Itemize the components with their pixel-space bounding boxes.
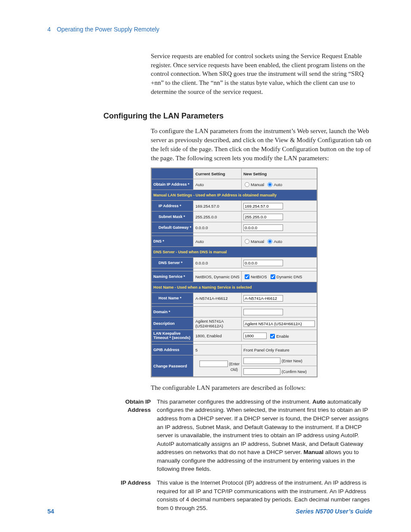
dns-server-label: DNS Server * — [152, 258, 193, 268]
dns-auto-radio[interactable] — [268, 239, 272, 244]
def-obtain-ip-auto: Auto — [312, 398, 326, 405]
ip-address-input[interactable] — [243, 203, 283, 209]
def-obtain-ip-pre: This parameter configures the addressing… — [157, 398, 312, 405]
password-old-note: (Enter Old) — [229, 362, 240, 372]
intro-paragraph-2: To configure the LAN parameters from the… — [151, 127, 372, 162]
dns-new: Manual Auto — [242, 236, 317, 247]
running-header: 4 Operating the Power Supply Remotely — [47, 26, 372, 33]
obtain-ip-current: Auto — [193, 179, 242, 190]
hostname-subheader: Host Name - Used when a Naming Service i… — [152, 282, 317, 293]
followup-paragraph: The configurable LAN parameters are desc… — [151, 383, 372, 392]
dns-server-current: 0.0.0.0 — [193, 258, 242, 268]
col-new-header: New Setting — [242, 168, 317, 179]
subnet-mask-input[interactable] — [243, 214, 283, 220]
hostname-label: Host Name * — [152, 293, 193, 304]
def-obtain-ip-manual: Manual — [303, 449, 324, 455]
keepalive-current: 1800, Enabled — [193, 330, 242, 342]
domain-input[interactable] — [243, 309, 283, 315]
default-gateway-current: 0.0.0.0 — [193, 222, 242, 233]
def-term-obtain-ip: Obtain IP Address — [103, 398, 157, 473]
def-obtain-ip-mid: automatically configures the addressing.… — [157, 398, 368, 455]
obtain-ip-auto-label: Auto — [274, 182, 282, 187]
change-password-label: Change Password — [152, 355, 193, 377]
netbios-checkbox[interactable] — [245, 274, 249, 279]
password-new-input[interactable] — [243, 358, 280, 364]
page-number: 54 — [47, 508, 54, 515]
hostname-current: A-N5741A-H6612 — [193, 293, 242, 304]
naming-service-new: NetBIOS Dynamic DNS — [242, 271, 317, 282]
def-term-ip-address: IP Address — [103, 479, 157, 512]
dynamic-dns-checkbox[interactable] — [271, 274, 275, 279]
subnet-mask-label: Subnet Mask * — [152, 212, 193, 222]
dns-auto-label: Auto — [274, 239, 282, 244]
obtain-ip-manual-label: Manual — [251, 182, 264, 187]
blank-header — [152, 168, 193, 179]
keepalive-label: LAN Keepalive Timeout * (seconds) — [152, 330, 193, 342]
def-row-obtain-ip: Obtain IP Address This parameter configu… — [103, 398, 372, 473]
naming-service-current: NetBIOS, Dynamic DNS — [193, 271, 242, 282]
ip-address-current: 169.254.57.0 — [193, 201, 242, 212]
obtain-ip-new: Manual Auto — [242, 179, 317, 190]
naming-service-label: Naming Service * — [152, 271, 193, 282]
footer-title: Series N5700 User’s Guide — [296, 508, 372, 515]
password-confirm-input[interactable] — [243, 368, 280, 375]
lan-config-dialog: Current Setting New Setting Obtain IP Ad… — [151, 168, 318, 377]
obtain-ip-manual-radio[interactable] — [245, 182, 249, 187]
password-confirm-note: (Confirm New) — [282, 370, 308, 374]
section-heading: Configuring the LAN Parameters — [103, 112, 372, 121]
dns-label: DNS * — [152, 236, 193, 247]
def-desc-ip-address: This value is the Internet Protocol (IP)… — [157, 479, 372, 512]
gpib-note: Front Panel Only Feature — [242, 345, 317, 355]
default-gateway-label: Default Gateway * — [152, 222, 193, 233]
subnet-mask-current: 255.255.0.0 — [193, 212, 242, 222]
keepalive-enable-label: Enable — [276, 334, 289, 339]
password-new-note: (Enter New) — [282, 359, 304, 363]
domain-current — [193, 307, 242, 317]
domain-label: Domain * — [152, 307, 193, 317]
dns-manual-radio[interactable] — [245, 239, 249, 244]
col-current-header: Current Setting — [193, 168, 242, 179]
dns-current: Auto — [193, 236, 242, 247]
intro-paragraph-1: Service requests are enabled for control… — [151, 52, 372, 96]
obtain-ip-auto-radio[interactable] — [268, 182, 272, 187]
dns-server-subheader: DNS Server - Used when DNS is manual — [152, 247, 317, 258]
hostname-input[interactable] — [243, 295, 283, 302]
chapter-number: 4 — [47, 26, 51, 33]
gpib-label: GPIB Address — [152, 345, 193, 355]
page: 4 Operating the Power Supply Remotely Se… — [0, 0, 411, 532]
page-footer: 54 Series N5700 User’s Guide — [47, 508, 372, 515]
description-input[interactable] — [243, 320, 315, 327]
dynamic-dns-label: Dynamic DNS — [277, 274, 302, 279]
def-desc-obtain-ip: This parameter configures the addressing… — [157, 398, 372, 473]
description-current: Agilent N5741A (US24H6612A) — [193, 317, 242, 330]
netbios-label: NetBIOS — [251, 274, 267, 279]
ip-address-label: IP Address * — [152, 201, 193, 212]
definition-list: Obtain IP Address This parameter configu… — [103, 398, 372, 512]
def-row-ip-address: IP Address This value is the Internet Pr… — [103, 479, 372, 512]
default-gateway-input[interactable] — [243, 224, 283, 231]
chapter-title: Operating the Power Supply Remotely — [57, 26, 159, 33]
description-label: Description — [152, 317, 193, 330]
keepalive-enable-checkbox[interactable] — [270, 334, 275, 339]
manual-lan-subheader: Manual LAN Settings - Used when IP Addre… — [152, 190, 317, 201]
keepalive-input[interactable] — [243, 333, 267, 339]
obtain-ip-label: Obtain IP Address * — [152, 179, 193, 190]
password-old-input[interactable] — [199, 361, 228, 367]
dns-server-input[interactable] — [243, 260, 283, 266]
gpib-current: 5 — [193, 345, 242, 355]
dns-manual-label: Manual — [251, 239, 264, 244]
